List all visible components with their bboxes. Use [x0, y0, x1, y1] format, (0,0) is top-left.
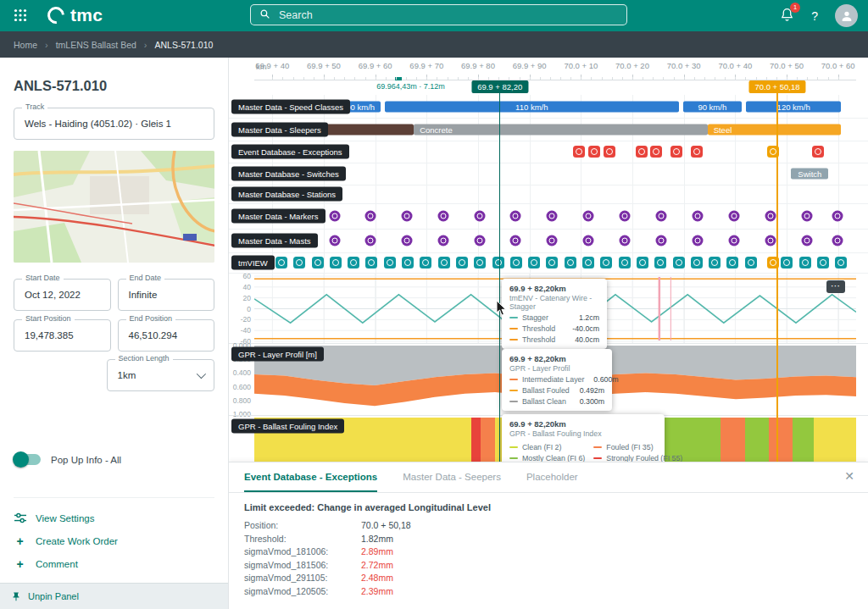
- search-bar[interactable]: [250, 4, 627, 25]
- end-position-field[interactable]: End Position 46,510.294: [118, 319, 215, 352]
- breadcrumb-item[interactable]: ANLS-571.010: [155, 40, 214, 50]
- tab[interactable]: Event Database - Exceptions: [244, 462, 377, 492]
- marker-icon[interactable]: [801, 211, 812, 222]
- tab[interactable]: Master Data - Seepers: [403, 462, 501, 492]
- exception-icon[interactable]: [670, 146, 682, 158]
- track-segment[interactable]: 90 km/h: [683, 101, 743, 112]
- camera-icon[interactable]: [799, 257, 811, 269]
- start-position-field[interactable]: Start Position 19,478.385: [14, 319, 111, 352]
- camera-icon[interactable]: [528, 257, 540, 269]
- map-thumbnail[interactable]: [14, 151, 214, 263]
- chart-more-button[interactable]: ⋯: [826, 280, 845, 293]
- camera-icon[interactable]: [438, 257, 450, 269]
- mast-icon[interactable]: [693, 235, 704, 246]
- camera-icon[interactable]: [673, 257, 685, 269]
- camera-icon[interactable]: [456, 257, 468, 269]
- exception-icon[interactable]: [588, 146, 600, 158]
- brand-logo[interactable]: tmc: [47, 5, 103, 25]
- marker-icon[interactable]: [693, 211, 704, 222]
- marker-icon[interactable]: [510, 211, 521, 222]
- marker-icon[interactable]: [402, 211, 413, 222]
- camera-icon[interactable]: [420, 257, 431, 269]
- marker-icon[interactable]: [546, 211, 557, 222]
- exception-icon[interactable]: [650, 146, 662, 158]
- track-segment[interactable]: 120 km/h: [746, 101, 841, 112]
- marker-icon[interactable]: [330, 211, 341, 222]
- exception-icon[interactable]: [812, 146, 824, 158]
- fouling-segment[interactable]: [471, 418, 481, 462]
- marker-icon[interactable]: [765, 211, 776, 222]
- fouling-segment[interactable]: [721, 418, 744, 462]
- camera-icon[interactable]: [709, 257, 721, 269]
- mast-icon[interactable]: [583, 235, 594, 246]
- mast-icon[interactable]: [402, 235, 413, 246]
- sidebar-action[interactable]: +Create Work Order: [14, 529, 214, 552]
- camera-icon[interactable]: [619, 257, 631, 269]
- fouling-segment[interactable]: [481, 418, 495, 462]
- camera-icon[interactable]: [745, 257, 757, 269]
- help-button[interactable]: ?: [811, 9, 818, 23]
- marker-icon[interactable]: [832, 211, 843, 222]
- exception-icon[interactable]: [636, 146, 648, 158]
- camera-icon[interactable]: [510, 257, 522, 269]
- section-length-select[interactable]: Section Length 1km: [107, 359, 215, 391]
- popup-info-toggle[interactable]: [15, 454, 41, 465]
- track-segment[interactable]: Steel: [708, 124, 842, 135]
- mast-icon[interactable]: [330, 235, 341, 246]
- mast-icon[interactable]: [437, 235, 448, 246]
- camera-icon[interactable]: [654, 257, 666, 269]
- marker-icon[interactable]: [437, 211, 448, 222]
- mast-icon[interactable]: [801, 235, 812, 246]
- camera-icon[interactable]: [600, 257, 612, 269]
- camera-icon[interactable]: [402, 257, 414, 269]
- track-segment[interactable]: Concrete: [414, 124, 707, 135]
- camera-icon[interactable]: [781, 257, 793, 269]
- exception-icon[interactable]: [573, 146, 585, 158]
- camera-icon[interactable]: [474, 257, 486, 269]
- marker-icon[interactable]: [475, 211, 486, 222]
- camera-icon[interactable]: [275, 257, 287, 269]
- marker-icon[interactable]: [655, 211, 666, 222]
- mast-icon[interactable]: [546, 235, 557, 246]
- tab[interactable]: Placeholder: [526, 462, 578, 492]
- camera-icon[interactable]: [365, 257, 377, 269]
- camera-icon[interactable]: [384, 257, 396, 269]
- marker-icon[interactable]: [365, 211, 376, 222]
- unpin-panel-button[interactable]: Unpin Panel: [0, 583, 228, 609]
- mast-icon[interactable]: [728, 235, 739, 246]
- exception-icon[interactable]: [691, 146, 703, 158]
- track-segment[interactable]: 110 km/h: [385, 101, 678, 112]
- mast-icon[interactable]: [365, 235, 376, 246]
- track-field[interactable]: Track Wels - Haiding (4051.02) · Gleis 1: [14, 108, 214, 140]
- sidebar-action[interactable]: View Settings: [14, 507, 214, 529]
- start-date-field[interactable]: Start Date Oct 12, 2022: [14, 279, 111, 311]
- fouling-segment[interactable]: [814, 418, 856, 462]
- camera-icon[interactable]: [637, 257, 648, 269]
- marker-icon[interactable]: [728, 211, 739, 222]
- camera-icon[interactable]: [312, 257, 324, 269]
- camera-icon[interactable]: [726, 257, 738, 269]
- fouling-segment[interactable]: [793, 418, 814, 462]
- end-date-field[interactable]: End Date Infinite: [118, 279, 215, 311]
- camera-icon[interactable]: [691, 257, 703, 269]
- camera-icon[interactable]: [817, 257, 829, 269]
- mast-icon[interactable]: [619, 235, 630, 246]
- camera-icon[interactable]: [546, 257, 558, 269]
- camera-icon[interactable]: [835, 257, 847, 269]
- camera-icon[interactable]: [492, 257, 504, 269]
- search-input[interactable]: [277, 8, 618, 22]
- marker-icon[interactable]: [619, 211, 630, 222]
- camera-icon[interactable]: [582, 257, 594, 269]
- mast-icon[interactable]: [832, 235, 843, 246]
- camera-icon[interactable]: [293, 257, 305, 269]
- marker-icon[interactable]: [583, 211, 594, 222]
- fouling-segment[interactable]: [769, 418, 793, 462]
- camera-icon[interactable]: [348, 257, 359, 269]
- apps-grid-icon[interactable]: [14, 8, 27, 25]
- sidebar-action[interactable]: +Comment: [14, 552, 214, 575]
- mast-icon[interactable]: [655, 235, 666, 246]
- user-avatar[interactable]: [835, 4, 858, 27]
- mast-icon[interactable]: [510, 235, 521, 246]
- fouling-segment[interactable]: [745, 418, 769, 462]
- notifications-button[interactable]: 1: [780, 7, 794, 25]
